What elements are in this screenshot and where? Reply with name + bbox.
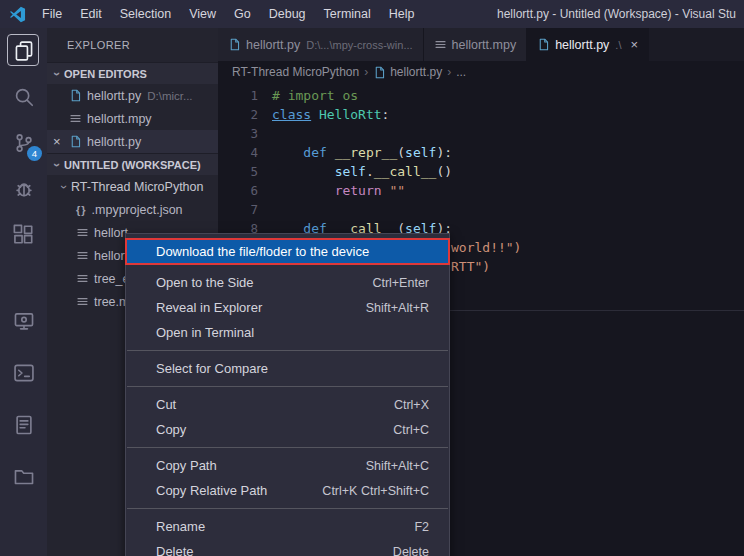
activitybar-device-monitor-button[interactable] bbox=[0, 298, 47, 344]
code-line[interactable]: 4 def __repr__(self): bbox=[218, 143, 744, 162]
context-menu-item-delete[interactable]: DeleteDelete bbox=[126, 539, 449, 556]
file-name: hellort bbox=[94, 226, 128, 240]
context-menu-item-open-to-the-side[interactable]: Open to the SideCtrl+Enter bbox=[126, 270, 449, 295]
menu-item-label: Copy Relative Path bbox=[156, 483, 267, 498]
code-line[interactable]: 6 return "" bbox=[218, 181, 744, 200]
context-menu-item-open-in-terminal[interactable]: Open in Terminal bbox=[126, 320, 449, 345]
file-name: hellortt.mpy bbox=[87, 112, 152, 126]
context-menu-item-copy[interactable]: CopyCtrl+C bbox=[126, 417, 449, 442]
code-text: return "" bbox=[272, 183, 405, 198]
tab-path: .\ bbox=[615, 39, 621, 51]
breadcrumb-label: ... bbox=[456, 65, 466, 79]
context-menu-item-select-for-compare[interactable]: Select for Compare bbox=[126, 356, 449, 381]
code-line[interactable]: 3 bbox=[218, 124, 744, 143]
code-line[interactable]: 5 self.__call__() bbox=[218, 162, 744, 181]
menu-separator bbox=[127, 447, 448, 448]
tab-hellortt-py[interactable]: hellortt.py.\× bbox=[527, 28, 649, 61]
tree-folder[interactable]: › RT-Thread MicroPython bbox=[47, 175, 218, 198]
activitybar-terminal-button[interactable] bbox=[0, 350, 47, 396]
token: ( bbox=[397, 145, 405, 160]
context-menu-item-copy-path[interactable]: Copy PathShift+Alt+C bbox=[126, 453, 449, 478]
token bbox=[272, 145, 303, 160]
token bbox=[327, 145, 335, 160]
context-menu-item-reveal-in-explorer[interactable]: Reveal in ExplorerShift+Alt+R bbox=[126, 295, 449, 320]
tab-hellortt-py[interactable]: hellortt.pyD:\...\mpy-cross-win... bbox=[218, 28, 424, 61]
tree-item[interactable]: {}.mpyproject.json bbox=[47, 198, 218, 221]
python-file-icon bbox=[228, 38, 241, 51]
mpy-file-icon bbox=[434, 38, 447, 51]
line-number: 1 bbox=[218, 88, 258, 103]
titlebar: FileEditSelectionViewGoDebugTerminalHelp… bbox=[0, 0, 744, 28]
menu-go[interactable]: Go bbox=[225, 0, 260, 28]
activitybar-debug-button[interactable] bbox=[0, 166, 47, 212]
token: return bbox=[335, 183, 382, 198]
menu-file[interactable]: File bbox=[33, 0, 71, 28]
tab-hellortt-mpy[interactable]: hellortt.mpy bbox=[424, 28, 528, 61]
close-icon[interactable]: × bbox=[630, 37, 638, 52]
line-number: 4 bbox=[218, 145, 258, 160]
file-name: hellortt.py bbox=[87, 135, 141, 149]
code-text: # import os bbox=[272, 88, 358, 103]
open-editor-item[interactable]: ×hellortt.py bbox=[47, 130, 218, 153]
menu-item-shortcut: Shift+Alt+C bbox=[366, 459, 429, 473]
activitybar-source-control-button[interactable]: 4 bbox=[0, 120, 47, 166]
activitybar-search-button[interactable] bbox=[0, 74, 47, 120]
file-name: hellortt.py bbox=[87, 89, 141, 103]
context-menu-item-cut[interactable]: CutCtrl+X bbox=[126, 392, 449, 417]
menu-item-shortcut: Ctrl+C bbox=[393, 423, 429, 437]
code-line[interactable]: 2class HelloRtt: bbox=[218, 105, 744, 124]
python-file-icon bbox=[69, 135, 82, 148]
menu-item-shortcut: Ctrl+Enter bbox=[372, 276, 429, 290]
menu-view[interactable]: View bbox=[180, 0, 225, 28]
window-title: hellortt.py - Untitled (Workspace) - Vis… bbox=[497, 0, 736, 28]
breadcrumb: RT-Thread MicroPython›hellortt.py›... bbox=[218, 61, 744, 83]
activitybar-output-button[interactable] bbox=[0, 402, 47, 448]
menu-separator bbox=[127, 508, 448, 509]
context-menu-item-rename[interactable]: RenameF2 bbox=[126, 514, 449, 539]
token: self bbox=[335, 164, 366, 179]
menu-debug[interactable]: Debug bbox=[260, 0, 315, 28]
menu-item-shortcut: F2 bbox=[414, 520, 429, 534]
menu-item-label: Download the file/floder to the device bbox=[156, 244, 369, 259]
token: world!!") bbox=[451, 240, 521, 255]
token: class bbox=[272, 107, 311, 122]
breadcrumb-item[interactable]: hellortt.py bbox=[373, 65, 442, 79]
json-file-icon: {} bbox=[76, 204, 87, 216]
output-icon bbox=[13, 414, 35, 436]
menu-terminal[interactable]: Terminal bbox=[315, 0, 380, 28]
sidebar-title: EXPLORER bbox=[47, 28, 218, 62]
activitybar-explorer-button[interactable] bbox=[0, 28, 47, 74]
activitybar-extensions-button[interactable] bbox=[0, 212, 47, 258]
workspace-header[interactable]: › UNTITLED (WORKSPACE) bbox=[47, 153, 218, 175]
code-line[interactable]: 1# import os bbox=[218, 86, 744, 105]
tab-path: D:\...\mpy-cross-win... bbox=[306, 39, 412, 51]
section-label: OPEN EDITORS bbox=[64, 68, 147, 80]
menu-selection[interactable]: Selection bbox=[111, 0, 180, 28]
vscode-logo-icon bbox=[9, 6, 26, 23]
open-editor-item[interactable]: hellortt.pyD:\micr... bbox=[47, 84, 218, 107]
menu-item-label: Copy Path bbox=[156, 458, 217, 473]
open-editors-header[interactable]: › OPEN EDITORS bbox=[47, 62, 218, 84]
activitybar-folder-button[interactable] bbox=[0, 454, 47, 500]
python-file-icon bbox=[537, 38, 550, 51]
code-text: def __repr__(self): bbox=[272, 145, 452, 160]
chevron-down-icon: › bbox=[57, 180, 71, 194]
menu-edit[interactable]: Edit bbox=[71, 0, 111, 28]
menu-help[interactable]: Help bbox=[380, 0, 424, 28]
section-label: UNTITLED (WORKSPACE) bbox=[64, 159, 201, 171]
breadcrumb-item[interactable]: ... bbox=[456, 65, 466, 79]
breadcrumb-item[interactable]: RT-Thread MicroPython bbox=[232, 65, 359, 79]
context-menu-item-copy-relative-path[interactable]: Copy Relative PathCtrl+K Ctrl+Shift+C bbox=[126, 478, 449, 503]
open-editor-item[interactable]: hellortt.mpy bbox=[47, 107, 218, 130]
search-icon bbox=[13, 86, 35, 108]
menu-item-shortcut: Ctrl+K Ctrl+Shift+C bbox=[322, 484, 429, 498]
close-icon[interactable]: × bbox=[53, 134, 65, 149]
menu-item-label: Copy bbox=[156, 422, 186, 437]
mpy-file-icon bbox=[76, 249, 89, 262]
file-name: .mpyproject.json bbox=[92, 203, 183, 217]
code-line[interactable]: 7 bbox=[218, 200, 744, 219]
menubar: FileEditSelectionViewGoDebugTerminalHelp bbox=[33, 0, 424, 28]
context-menu-item-download-the-file-floder-to-the-device[interactable]: Download the file/floder to the device bbox=[126, 239, 449, 264]
menu-item-shortcut: Shift+Alt+R bbox=[366, 301, 429, 315]
token: RTT") bbox=[451, 259, 490, 274]
